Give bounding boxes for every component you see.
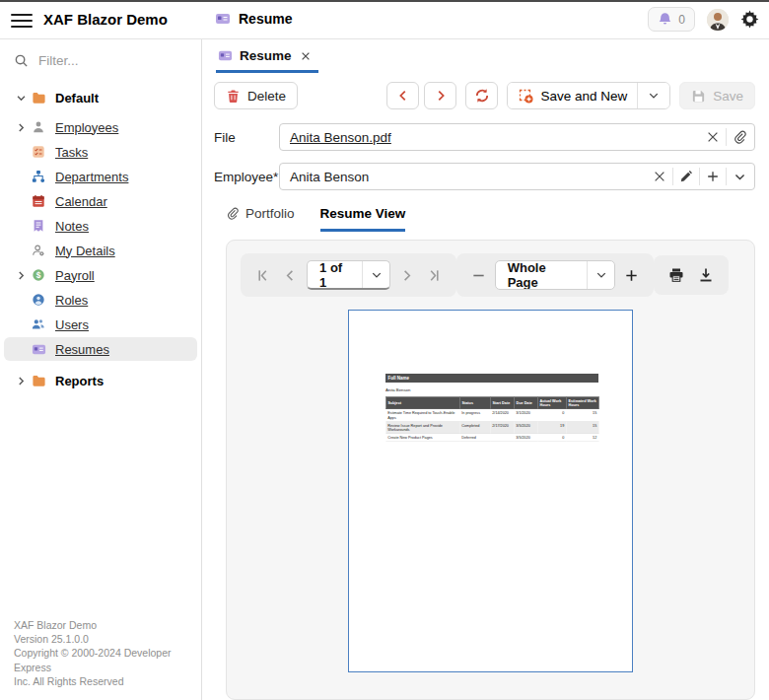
folder-icon — [32, 374, 55, 388]
nav-group-label: Reports — [55, 374, 104, 388]
sidebar-item-resumes[interactable]: Resumes — [4, 337, 197, 361]
refresh-button[interactable] — [465, 82, 498, 109]
plus-icon[interactable] — [700, 164, 726, 189]
table-row: Review Issue Report and Provide Workarou… — [385, 421, 598, 434]
zoom-selector[interactable]: Whole Page — [495, 260, 616, 290]
zoom-out-icon[interactable] — [466, 262, 491, 288]
gear-icon[interactable] — [740, 10, 759, 29]
notifications-button[interactable]: 0 — [648, 7, 695, 32]
chevron-right-icon[interactable] — [10, 122, 32, 133]
employee-value: Anita Benson — [290, 170, 647, 184]
col-header: Start Date — [490, 396, 514, 409]
sidebar-item-users[interactable]: Users — [4, 313, 197, 336]
sidebar-item-label: Resumes — [55, 342, 109, 357]
chevron-down-icon — [587, 261, 614, 289]
page-indicator: 1 of 1 — [308, 261, 362, 288]
delete-button[interactable]: Delete — [214, 82, 298, 109]
zoom-group: Whole Page — [456, 253, 654, 297]
sidebar-item-my-details[interactable]: My Details — [4, 239, 197, 262]
save-and-new-button[interactable]: Save and New — [508, 83, 637, 108]
print-icon[interactable] — [664, 262, 689, 288]
sidebar-item-label: Roles — [55, 293, 88, 308]
report-fullname-value: Anita Benson — [385, 387, 598, 392]
pdf-canvas[interactable]: Full Name Anita Benson Subject Status — [227, 297, 754, 699]
sidebar-item-departments[interactable]: Departments — [4, 165, 197, 188]
chevron-right-icon[interactable] — [10, 376, 32, 386]
hamburger-menu-icon[interactable] — [10, 11, 34, 31]
nav-group-default[interactable]: Default — [4, 86, 197, 109]
filter-field[interactable] — [0, 47, 201, 78]
next-record-button[interactable] — [424, 82, 456, 109]
save-button[interactable]: Save — [679, 82, 755, 109]
pdf-page[interactable]: Full Name Anita Benson Subject Status — [348, 310, 633, 672]
users-icon — [32, 317, 55, 331]
sidebar-item-label: Departments — [55, 170, 128, 184]
sidebar-item-tasks[interactable]: Tasks — [4, 140, 197, 164]
chevron-down-icon[interactable] — [727, 164, 752, 189]
detail-tabs: Portfolio Resume View — [202, 196, 769, 232]
pdf-viewer: 1 of 1 — [226, 240, 755, 700]
avatar[interactable] — [707, 9, 729, 31]
export-group — [654, 255, 729, 295]
roles-icon — [32, 293, 55, 307]
file-link[interactable]: Anita Benson.pdf — [290, 130, 700, 145]
nav-group-label: Default — [55, 91, 99, 105]
app-window: XAF Blazor Demo Resume 0 — [0, 0, 769, 700]
sidebar-item-calendar[interactable]: Calendar — [4, 189, 197, 213]
tab-portfolio[interactable]: Portfolio — [226, 206, 295, 232]
footer-line: Version 25.1.0.0 — [14, 632, 189, 646]
clear-icon[interactable] — [647, 164, 672, 189]
resume-icon — [218, 48, 233, 63]
save-and-new-dropdown[interactable] — [638, 83, 669, 108]
zoom-in-icon[interactable] — [619, 262, 644, 288]
report-fullname-header: Full Name — [385, 374, 598, 383]
pencil-icon[interactable] — [673, 164, 699, 189]
sidebar-item-notes[interactable]: Notes — [4, 214, 197, 238]
sidebar-item-payroll[interactable]: $ Payroll — [4, 263, 197, 287]
prev-page-icon[interactable] — [279, 262, 304, 288]
nav-group-reports[interactable]: Reports — [4, 369, 197, 392]
my-details-icon — [32, 244, 55, 257]
filter-input[interactable] — [38, 53, 176, 68]
sidebar-item-roles[interactable]: Roles — [4, 288, 197, 312]
chevron-down-icon — [648, 90, 660, 102]
close-icon[interactable] — [299, 49, 313, 63]
col-header: Estimated Work Hours — [566, 396, 598, 409]
record-toolbar: Delete — [202, 73, 769, 117]
save-and-new-split-button: Save and New — [507, 82, 670, 109]
delete-label: Delete — [247, 89, 286, 104]
sidebar-item-label: My Details — [55, 244, 115, 258]
tab-resume[interactable]: Resume — [216, 45, 318, 73]
page-header: Resume — [215, 11, 292, 27]
page-navigation-group: 1 of 1 — [241, 253, 456, 297]
previous-record-button[interactable] — [386, 82, 419, 109]
tab-portfolio-label: Portfolio — [245, 206, 295, 221]
tab-resume-view[interactable]: Resume View — [320, 206, 406, 232]
paperclip-icon — [226, 207, 239, 220]
file-editor[interactable]: Anita Benson.pdf — [279, 123, 755, 151]
footer-line: Copyright © 2000-2024 Developer Express — [14, 646, 189, 673]
sidebar-item-label: Notes — [55, 219, 89, 234]
chevron-down-icon — [362, 261, 389, 288]
calendar-icon — [32, 194, 55, 208]
top-header: XAF Blazor Demo Resume 0 — [0, 2, 769, 39]
next-page-icon[interactable] — [394, 262, 419, 288]
employee-editor[interactable]: Anita Benson — [279, 163, 755, 190]
paperclip-icon[interactable] — [727, 124, 752, 150]
employees-icon — [32, 120, 55, 134]
search-icon — [14, 53, 29, 68]
payroll-icon: $ — [32, 268, 55, 282]
chevron-right-icon[interactable] — [10, 270, 32, 281]
clear-icon[interactable] — [700, 124, 726, 150]
page-selector[interactable]: 1 of 1 — [307, 260, 390, 290]
header-actions: 0 — [648, 7, 759, 32]
save-label: Save — [713, 89, 743, 104]
sidebar-item-employees[interactable]: Employees — [4, 115, 197, 139]
chevron-down-icon[interactable] — [10, 93, 32, 104]
first-page-icon[interactable] — [250, 262, 275, 288]
chevron-right-icon — [434, 89, 448, 103]
last-page-icon[interactable] — [423, 262, 448, 288]
download-icon[interactable] — [693, 262, 719, 288]
pdf-toolbar: 1 of 1 — [227, 241, 754, 297]
report-task-table: Subject Status Start Date Due Date Actua… — [385, 396, 599, 442]
